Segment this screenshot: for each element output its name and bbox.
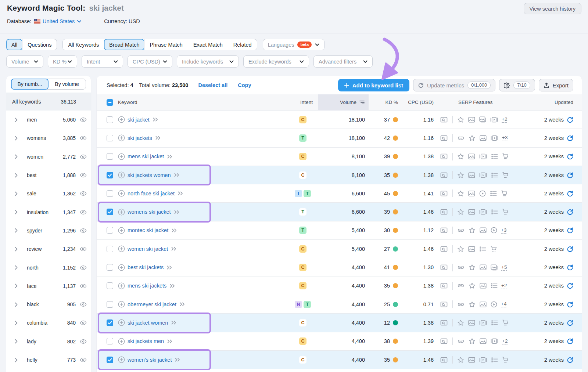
row-checkbox[interactable] <box>107 282 113 289</box>
sort-by-number-tab[interactable]: By numb... <box>11 79 49 90</box>
row-checkbox[interactable] <box>107 116 113 123</box>
star-icon[interactable] <box>469 301 476 308</box>
row-checkbox[interactable] <box>107 227 113 234</box>
keyword-link[interactable]: mens ski jackets <box>128 283 166 289</box>
star-icon[interactable] <box>469 264 476 271</box>
match-type-tab[interactable]: Questions <box>22 39 57 50</box>
row-checkbox[interactable] <box>107 135 113 141</box>
filter-dropdown[interactable]: KD % <box>48 55 77 68</box>
keyword-group-row[interactable]: face 1,137 <box>6 277 91 295</box>
star-icon[interactable] <box>457 172 464 178</box>
add-keyword-icon[interactable] <box>118 319 125 326</box>
star-icon[interactable] <box>469 135 476 141</box>
add-keyword-icon[interactable] <box>118 209 125 216</box>
add-keyword-icon[interactable] <box>118 338 125 345</box>
row-checkbox[interactable] <box>107 338 113 344</box>
expand-keyword-icon[interactable] <box>155 136 161 140</box>
image-icon[interactable] <box>468 172 475 178</box>
star-icon[interactable] <box>457 357 464 363</box>
eye-icon[interactable] <box>80 136 87 141</box>
add-keyword-icon[interactable] <box>118 227 125 234</box>
image-icon[interactable] <box>468 246 475 252</box>
keyword-group-row[interactable]: columbia 840 <box>6 314 91 332</box>
eye-icon[interactable] <box>80 154 87 159</box>
star-icon[interactable] <box>457 209 464 215</box>
serp-preview-icon[interactable] <box>440 264 448 271</box>
expand-keyword-icon[interactable] <box>171 247 177 251</box>
serp-more-link[interactable]: +2 <box>502 338 508 344</box>
serp-more-link[interactable]: +5 <box>501 264 507 271</box>
add-keyword-icon[interactable] <box>118 116 125 123</box>
eye-icon[interactable] <box>80 265 87 270</box>
eye-icon[interactable] <box>80 357 87 362</box>
expand-keyword-icon[interactable] <box>170 284 175 288</box>
match-type-tab[interactable]: Exact Match <box>188 39 228 50</box>
expand-keyword-icon[interactable] <box>153 118 158 122</box>
keyword-link[interactable]: ski jackets women <box>128 172 171 178</box>
add-keyword-icon[interactable] <box>118 171 125 178</box>
eye-icon[interactable] <box>80 283 87 289</box>
video-carousel-icon[interactable] <box>479 172 487 178</box>
list-icon[interactable] <box>491 172 498 178</box>
serp-more-link[interactable]: +4 <box>501 301 506 307</box>
eye-icon[interactable] <box>80 246 87 252</box>
header-intent[interactable]: Intent <box>286 100 319 105</box>
header-updated[interactable]: Updated <box>519 100 582 105</box>
image-icon[interactable] <box>480 283 487 289</box>
keyword-group-row[interactable]: lady 802 <box>6 332 91 351</box>
row-checkbox[interactable] <box>107 172 113 178</box>
video-carousel-icon[interactable] <box>491 135 498 141</box>
video-carousel-icon[interactable] <box>479 320 487 326</box>
view-search-history-button[interactable]: View search history <box>524 3 581 14</box>
video-carousel-icon[interactable] <box>490 117 498 123</box>
star-icon[interactable] <box>469 227 476 234</box>
add-keyword-icon[interactable] <box>118 282 125 289</box>
image-icon[interactable] <box>480 227 487 233</box>
serp-preview-icon[interactable] <box>440 153 448 160</box>
serp-preview-icon[interactable] <box>440 319 448 326</box>
keyword-group-row[interactable]: women 2,772 <box>6 148 91 166</box>
keyword-link[interactable]: ski jacket <box>128 117 150 123</box>
serp-preview-icon[interactable] <box>440 116 448 123</box>
list-icon[interactable] <box>491 209 498 215</box>
keyword-group-row[interactable]: helly 773 <box>6 351 91 369</box>
keyword-link[interactable]: obermeyer ski jacket <box>128 301 176 307</box>
filter-dropdown[interactable]: CPC (USD) <box>128 55 172 68</box>
add-keyword-icon[interactable] <box>118 190 125 197</box>
expand-keyword-icon[interactable] <box>171 321 177 325</box>
refresh-icon[interactable] <box>567 301 573 308</box>
serp-preview-icon[interactable] <box>440 190 448 197</box>
keyword-link[interactable]: ski jackets men <box>128 338 164 344</box>
list-icon[interactable] <box>491 154 498 159</box>
play-icon[interactable] <box>491 301 497 308</box>
cart-icon[interactable] <box>490 246 497 252</box>
play-icon[interactable] <box>479 190 486 197</box>
filter-dropdown[interactable]: Volume <box>6 55 43 68</box>
settings-button[interactable]: 7/10 <box>499 79 535 91</box>
cart-icon[interactable] <box>502 172 509 178</box>
keyword-group-row[interactable]: sale 1,362 <box>6 184 91 203</box>
keyword-link[interactable]: women ski jacket <box>128 246 168 252</box>
video-carousel-icon[interactable] <box>479 357 487 363</box>
match-type-tab[interactable]: All <box>6 39 22 50</box>
match-type-tab[interactable]: Broad Match <box>104 39 144 50</box>
serp-preview-icon[interactable] <box>440 209 448 215</box>
select-all-checkbox[interactable] <box>107 99 113 106</box>
link-icon[interactable] <box>457 264 465 270</box>
refresh-icon[interactable] <box>567 153 573 160</box>
video-carousel-icon[interactable] <box>479 154 487 159</box>
all-keywords-row[interactable]: All keywords 36,113 <box>6 93 91 111</box>
keyword-link[interactable]: mens ski jacket <box>128 154 164 159</box>
row-checkbox[interactable] <box>107 301 113 308</box>
play-icon[interactable] <box>491 227 497 234</box>
image-pack-icon[interactable] <box>491 264 498 271</box>
serp-more-link[interactable]: +2 <box>502 116 507 123</box>
image-icon[interactable] <box>468 357 475 363</box>
database-selector[interactable]: United States <box>43 18 81 24</box>
header-serp-features[interactable]: SERP Features <box>434 100 519 105</box>
filter-dropdown[interactable]: Include keywords <box>177 55 239 68</box>
keyword-group-row[interactable]: best 1,888 <box>6 166 91 184</box>
row-checkbox[interactable] <box>107 319 113 326</box>
star-icon[interactable] <box>457 116 464 123</box>
expand-keyword-icon[interactable] <box>175 358 180 362</box>
